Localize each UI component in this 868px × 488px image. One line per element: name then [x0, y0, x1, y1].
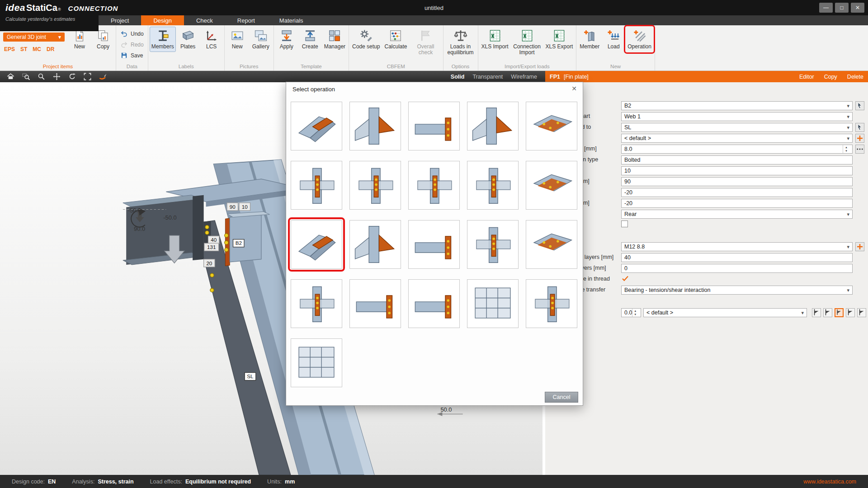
ribbon-code-setup[interactable]: Code setup — [350, 27, 382, 52]
prop-value-0[interactable]: B2▾ — [621, 101, 853, 110]
ribbon-xls-export[interactable]: XLS Export — [544, 27, 575, 52]
zoom-window-icon[interactable] — [22, 72, 30, 81]
view-mode-transparent[interactable]: Transparent — [472, 74, 503, 80]
operation-thumbnail-6[interactable] — [291, 161, 342, 210]
cancel-button[interactable]: Cancel — [545, 392, 578, 403]
operation-thumbnail-11[interactable] — [291, 220, 342, 269]
view-mode-solid[interactable]: Solid — [451, 74, 465, 80]
spinner-control[interactable]: ▴▾ — [843, 145, 849, 153]
ribbon-members[interactable]: Members — [150, 27, 176, 52]
panel-action-editor[interactable]: Editor — [799, 74, 814, 80]
ribbon-apply[interactable]: Apply — [275, 27, 298, 52]
spinner-control[interactable]: ▴▾ — [632, 309, 638, 317]
paint-icon[interactable] — [99, 72, 107, 81]
tab-materials[interactable]: Materials — [267, 15, 316, 25]
prop-value-7[interactable]: 90 — [621, 177, 853, 186]
ribbon-load[interactable]: Load — [602, 27, 625, 52]
tab-check[interactable]: Check — [184, 15, 225, 25]
weld-size-input[interactable]: 0.0▴▾ — [621, 308, 641, 317]
operation-thumbnail-5[interactable] — [526, 102, 577, 150]
operation-thumbnail-18[interactable] — [408, 279, 460, 328]
joint-type-dropdown[interactable]: General 3D joint▾ — [3, 33, 65, 42]
pan-icon[interactable] — [52, 72, 61, 81]
ribbon-member[interactable]: Member — [578, 27, 601, 52]
ribbon-manager[interactable]: Manager — [322, 27, 347, 52]
weld-type-button-4[interactable] — [846, 308, 855, 317]
operation-thumbnail-8[interactable] — [408, 161, 460, 210]
weld-type-button-3[interactable] — [835, 308, 844, 317]
view-mode-wireframe[interactable]: Wireframe — [511, 74, 537, 80]
ribbon-create[interactable]: Create — [299, 27, 321, 52]
close-icon[interactable]: ✕ — [570, 85, 578, 92]
prop-value-9[interactable]: -20 — [621, 199, 853, 208]
prop-checkbox[interactable] — [621, 221, 628, 227]
prop-value-16[interactable]: Bearing - tension/shear interaction▾ — [621, 286, 853, 295]
ribbon-xls-import[interactable]: XLS Import — [480, 27, 510, 52]
minimize-button[interactable]: — — [819, 3, 833, 13]
ribbon-redo[interactable]: Redo — [118, 39, 146, 50]
operation-thumbnail-21[interactable] — [291, 338, 342, 387]
prop-value-4[interactable]: 8.0▴▾ — [621, 145, 853, 154]
operation-thumbnail-14[interactable] — [467, 220, 519, 269]
ribbon-save[interactable]: Save — [118, 50, 146, 61]
operation-thumbnail-10[interactable] — [526, 161, 577, 210]
operation-thumbnail-16[interactable] — [291, 279, 342, 328]
prop-value-12[interactable]: M12 8.8▾ — [621, 242, 853, 251]
prop-value-8[interactable]: -20 — [621, 188, 853, 197]
operation-thumbnail-19[interactable] — [467, 279, 519, 328]
home-icon[interactable] — [6, 72, 15, 81]
prop-value-2[interactable]: SL▾ — [621, 123, 853, 132]
dots-button[interactable] — [855, 145, 864, 154]
tab-design[interactable]: Design — [141, 15, 184, 25]
operation-thumbnail-4[interactable] — [467, 102, 519, 150]
weld-type-button-1[interactable] — [812, 308, 821, 317]
ribbon-overall-check[interactable]: Overall check — [410, 27, 442, 58]
weld-type-button-5[interactable] — [857, 308, 866, 317]
operation-thumbnail-2[interactable] — [349, 102, 401, 150]
project-item-mc[interactable]: MC — [33, 46, 41, 52]
panel-action-copy[interactable]: Copy — [824, 74, 837, 80]
tab-report[interactable]: Report — [225, 15, 267, 25]
checked-icon[interactable] — [621, 274, 629, 282]
weld-type-button-2[interactable] — [823, 308, 832, 317]
prop-value-5[interactable]: Bolted — [621, 155, 853, 164]
cursor-button[interactable] — [855, 123, 864, 132]
operation-thumbnail-3[interactable] — [408, 102, 460, 150]
ribbon-new[interactable]: New — [226, 27, 249, 52]
ribbon-connection-import[interactable]: Connection Import — [511, 27, 543, 58]
fit-icon[interactable] — [83, 72, 92, 81]
prop-value-6[interactable]: 10 — [621, 166, 853, 175]
operation-thumbnail-9[interactable] — [467, 161, 519, 210]
operation-thumbnail-7[interactable] — [349, 161, 401, 210]
prop-value-3[interactable]: < default >▾ — [621, 134, 853, 143]
panel-action-delete[interactable]: Delete — [847, 74, 863, 80]
rotate-icon[interactable] — [68, 72, 76, 81]
ribbon-gallery[interactable]: Gallery — [250, 27, 272, 52]
prop-value-14[interactable]: 0 — [621, 264, 853, 273]
ribbon-loads-in-equilibrium[interactable]: Loads in equilibrium — [445, 27, 476, 58]
prop-value-13[interactable]: 40 — [621, 253, 853, 262]
close-button[interactable]: ✕ — [851, 3, 864, 13]
cursor-button[interactable] — [855, 101, 864, 110]
ribbon-operation[interactable]: Operation — [626, 27, 653, 52]
ribbon-undo[interactable]: Undo — [118, 28, 146, 39]
website-link[interactable]: www.ideastatica.com — [803, 479, 856, 485]
plus-button[interactable] — [855, 242, 864, 251]
ribbon-lcs[interactable]: LCS — [200, 27, 223, 52]
operation-thumbnail-20[interactable] — [526, 279, 577, 328]
operation-thumbnail-17[interactable] — [349, 279, 401, 328]
operation-thumbnail-12[interactable] — [349, 220, 401, 269]
ribbon-plates[interactable]: Plates — [177, 27, 199, 52]
project-item-st[interactable]: ST — [20, 46, 27, 52]
plus-button[interactable] — [855, 134, 864, 143]
weld-material-dropdown[interactable]: < default >▾ — [643, 308, 807, 317]
prop-value-10[interactable]: Rear▾ — [621, 210, 853, 219]
ribbon-calculate[interactable]: Calculate — [382, 27, 409, 52]
project-item-dr[interactable]: DR — [47, 46, 54, 52]
zoom-icon[interactable] — [37, 72, 46, 81]
project-item-eps[interactable]: EPS — [4, 46, 15, 52]
operation-thumbnail-15[interactable] — [526, 220, 577, 269]
tab-project[interactable]: Project — [99, 15, 141, 25]
maximize-button[interactable]: □ — [835, 3, 849, 13]
prop-value-1[interactable]: Web 1▾ — [621, 112, 853, 121]
